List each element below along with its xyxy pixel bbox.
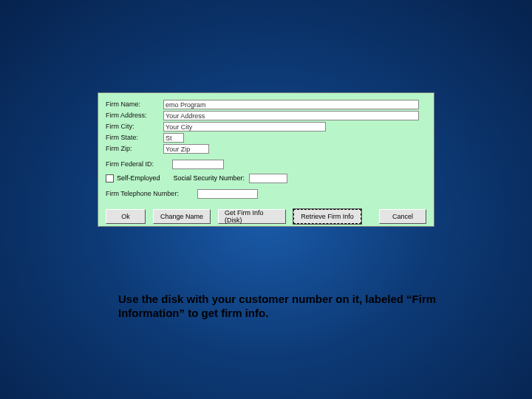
- input-phone[interactable]: [197, 189, 258, 199]
- row-firm-state: Firm State: St: [106, 132, 426, 143]
- input-firm-state[interactable]: St: [163, 133, 184, 143]
- input-firm-name[interactable]: emo Program: [163, 100, 419, 109]
- ok-button[interactable]: Ok: [106, 209, 146, 224]
- button-row: Ok Change Name Get Firm Info (Disk) Retr…: [106, 209, 426, 224]
- input-firm-zip[interactable]: Your Zip: [163, 144, 209, 154]
- retrieve-firm-info-button[interactable]: Retrieve Firm Info: [293, 209, 361, 224]
- row-firm-address: Firm Address: Your Address: [106, 110, 426, 120]
- row-federal-id: Firm Federal ID:: [106, 159, 426, 169]
- row-phone: Firm Telephone Number:: [106, 188, 426, 199]
- row-self-employed: Self-Employed Social Security Number:: [106, 172, 426, 184]
- row-firm-zip: Firm Zip: Your Zip: [106, 143, 426, 154]
- get-firm-info-disk-button[interactable]: Get Firm Info (Disk): [218, 209, 286, 224]
- input-firm-address[interactable]: Your Address: [163, 111, 419, 120]
- checkbox-self-employed[interactable]: [106, 174, 114, 183]
- label-phone: Firm Telephone Number:: [106, 190, 193, 197]
- row-firm-city: Firm City: Your City: [106, 121, 426, 132]
- label-ssn: Social Security Number:: [174, 174, 245, 182]
- label-firm-address: Firm Address:: [106, 112, 163, 119]
- row-firm-name: Firm Name: emo Program: [106, 99, 426, 109]
- slide-caption: Use the disk with your customer number o…: [118, 293, 443, 321]
- firm-info-panel: Firm Name: emo Program Firm Address: You…: [98, 92, 434, 227]
- label-firm-state: Firm State:: [106, 134, 163, 141]
- input-federal-id[interactable]: [172, 160, 224, 169]
- label-federal-id: Firm Federal ID:: [106, 160, 168, 168]
- change-name-button[interactable]: Change Name: [153, 209, 211, 224]
- label-firm-zip: Firm Zip:: [106, 145, 163, 152]
- input-ssn[interactable]: [249, 174, 287, 183]
- label-self-employed: Self-Employed: [117, 174, 160, 182]
- label-firm-city: Firm City:: [106, 123, 163, 130]
- input-firm-city[interactable]: Your City: [163, 122, 326, 132]
- label-firm-name: Firm Name:: [106, 100, 163, 108]
- cancel-button[interactable]: Cancel: [379, 209, 426, 224]
